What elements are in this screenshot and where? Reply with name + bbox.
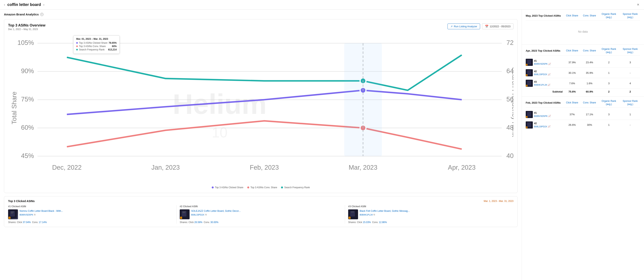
apr-asin-code-3[interactable]: B0B4K1PL34 (534, 84, 547, 86)
subtotal-click-apr: 75.6% (564, 90, 580, 93)
svg-text:60%: 60% (21, 124, 34, 131)
chart-card: Top 3 ASINs Overview Dec 1, 2022 – May 3… (4, 19, 518, 193)
feb-asin-info-2: a #2 B08L33PD2X 📈 (526, 121, 563, 129)
apr-amazon-2: a (526, 74, 528, 76)
apr-chart-icon-3[interactable]: 📈 (548, 84, 550, 86)
svg-rect-50 (527, 122, 531, 127)
feb-asin-code-1[interactable]: B089VSD5PK (534, 115, 548, 117)
asin-col-3: #3 Clicked ASIN a B (345, 205, 514, 224)
apr-sponsor-1: 3 (620, 61, 640, 64)
apr-organic-3: 3 (599, 82, 619, 85)
back-arrow[interactable]: ‹ (3, 2, 6, 7)
apr-asin-info-3: a #3 B0B4K1PL34 📈 (526, 80, 563, 87)
svg-text:Search Frequency Rank: Search Frequency Rank (511, 67, 514, 137)
svg-text:105%: 105% (18, 39, 34, 46)
copy-icon-1[interactable]: ⧉ (34, 213, 36, 216)
svg-text:Mar, 2023: Mar, 2023 (348, 164, 378, 171)
legend-item-3: Search Frequency Rank (281, 186, 310, 189)
page-title: coffin letter board (7, 2, 41, 7)
click-share-3: 15.03% (363, 221, 371, 224)
asin-product-3: a Black Felt Coffin Letter Board, Gothic… (348, 209, 510, 219)
click-share-1: 37.04% (23, 221, 31, 224)
apr-chart-icon-1[interactable]: 📈 (548, 63, 551, 65)
asin-product-2: a SOLEJAZZ Coffin Letter Board, Gothic D… (180, 209, 342, 219)
col-header-feb-2: Conv. Share (582, 101, 598, 104)
feb-click-2: 26.6% (564, 123, 580, 126)
svg-rect-31 (11, 212, 14, 212)
apr-row-1: a #1 B089VSD5PK 📈 37.9% 23.4% 2 3 (526, 57, 640, 68)
asin-code-1[interactable]: B089VSD5PK (20, 213, 33, 216)
copy-icon-3[interactable]: ⧉ (374, 213, 375, 216)
col-header-may-2: Conv. Share (582, 14, 598, 18)
chart-title-block: Top 3 ASINs Overview Dec 1, 2022 – May 3… (8, 23, 46, 31)
feb-asin-code-row-2: B08L33PD2X 📈 (534, 125, 550, 128)
feb-asin-img-2: a (526, 121, 533, 129)
asin-name-2: SOLEJAZZ Coffin Letter Board, Gothic Dec… (191, 209, 342, 213)
asin-code-3[interactable]: B0B4K1PL34 (360, 213, 373, 216)
asin-image-2: a (180, 209, 190, 219)
left-panel: Amazon Brand Analytics i Top 3 ASINs Ove… (0, 10, 522, 280)
apr-asin-img-3: a (526, 80, 533, 87)
col-header-feb-3: Organic Rank (avg.) (599, 100, 619, 106)
date-range-text: 12/2022 - 05/2023 (490, 25, 510, 28)
apr-asin-code-1[interactable]: B089VSD5PK (534, 63, 548, 65)
asin-table-title: Top 3 Clicked ASINs (8, 199, 35, 203)
apr-asin-img-2: a (526, 69, 533, 76)
section-heading: Amazon Brand Analytics i (4, 13, 518, 16)
apr-conv-3: 1.6% (582, 82, 598, 85)
asin-code-row-1: B089VSD5PK ⧉ (20, 213, 173, 216)
legend-item-1: Top 3 ASINs Clicked Share (212, 186, 243, 189)
asin-code-2[interactable]: B08L33PD2X (191, 213, 204, 216)
top-nav: ‹ coffin letter board › × (0, 0, 644, 10)
apr-sponsor-2: - (620, 71, 640, 74)
asin-code-row-3: B0B4K1PL34 ⧉ (360, 213, 510, 216)
feb-chart-icon-1[interactable]: 📈 (548, 115, 551, 117)
run-analyzer-button[interactable]: Run Listing Analyzer (448, 24, 480, 29)
apr-click-2: 30.1% (564, 71, 580, 74)
subtotal-organic-apr: 2 (599, 90, 619, 93)
conv-share-1: 17.14% (39, 221, 47, 224)
calendar-icon: 📅 (485, 25, 488, 28)
asin-name-3: Black Felt Coffin Letter Board, Gothic M… (360, 209, 510, 213)
forward-arrow[interactable]: › (42, 2, 45, 7)
feb-asin-code-2[interactable]: B08L33PD2X (534, 125, 547, 128)
copy-icon-2[interactable]: ⧉ (205, 213, 207, 216)
col-header-apr-1: Click Share (564, 49, 580, 52)
apr-rank-3: #3 (534, 81, 550, 83)
svg-rect-33 (11, 213, 13, 214)
feb-conv-2: 30% (582, 123, 598, 126)
col-header-feb-1: Click Share (564, 101, 580, 104)
asin-columns: #1 Clicked ASIN a (8, 205, 514, 224)
svg-text:10: 10 (212, 125, 227, 140)
click-share-2: 26.58% (194, 221, 202, 224)
tooltip-dot-3 (76, 49, 78, 51)
col-header-feb-4: Sponsor Rank (avg.) (620, 100, 640, 106)
subtotal-conv-apr: 60.9% (582, 90, 598, 93)
asin-info-1: Nomnu Coffin Letter Board Black - With..… (20, 209, 173, 216)
asin-name-1: Nomnu Coffin Letter Board Black - With..… (20, 209, 173, 213)
feb-asin-code-row-1: B089VSD5PK 📈 (534, 115, 551, 117)
subtotal-label-apr: Subtotal (526, 90, 563, 93)
svg-text:45%: 45% (21, 152, 34, 159)
apr-chart-icon-2[interactable]: 📈 (548, 73, 550, 76)
feb-sponsor-1: 1 (620, 113, 640, 116)
tooltip-row-1: Top 3 ASINs Clicked Share 78.65% (76, 42, 117, 44)
right-section-apr-header: Apr, 2023 Top Clicked ASINs Click Share … (526, 48, 640, 56)
tooltip-label-3: Search Frequency Rank (79, 48, 107, 51)
asin-table-card: Top 3 Clicked ASINs Mar. 1, 2023 - Mar. … (4, 196, 518, 227)
apr-asin-code-2[interactable]: B08L33PD2X (534, 73, 547, 76)
right-section-feb: Feb, 2023 Top Clicked ASINs Click Share … (522, 97, 644, 133)
date-range-button[interactable]: 📅 12/2022 - 05/2023 (482, 23, 514, 29)
close-button[interactable]: × (635, 2, 641, 8)
apr-asin-info-2: a #2 B08L33PD2X 📈 (526, 69, 563, 76)
right-section-apr: Apr, 2023 Top Clicked ASINs Click Share … (522, 45, 644, 97)
tooltip-row-3: Search Frequency Rank 613,214 (76, 48, 117, 51)
info-icon[interactable]: i (40, 13, 44, 16)
feb-organic-1: 3 (599, 113, 619, 116)
feb-asin-details-2: #2 B08L33PD2X 📈 (534, 122, 550, 128)
feb-chart-icon-2[interactable]: 📈 (548, 125, 550, 128)
asin-shares-1: Shares: Click 37.04% Conv. 17.14% (8, 221, 173, 224)
apr-click-1: 37.9% (564, 61, 580, 64)
asin-image-3: a (348, 209, 358, 219)
apr-click-3: 7.6% (564, 82, 580, 85)
